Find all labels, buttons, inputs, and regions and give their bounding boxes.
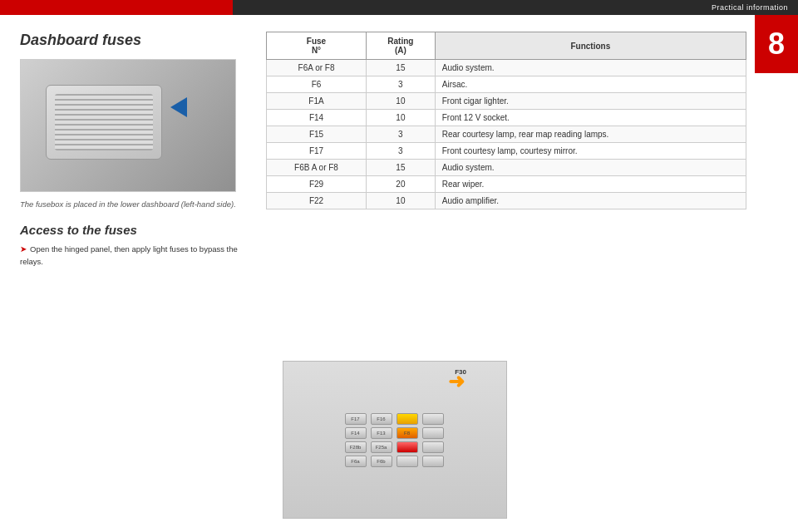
- diag-fuse-9: F28b: [345, 441, 367, 453]
- diag-fuse-13: F6a: [345, 456, 367, 467]
- diag-fuse-14: F6b: [371, 456, 392, 467]
- diag-fuse-8: [422, 427, 444, 439]
- diag-fuse-2: F16: [371, 413, 392, 425]
- chapter-number: 8: [768, 27, 785, 62]
- table-row: F6A or F815Audio system.: [267, 60, 746, 76]
- access-text: ➤Open the hinged panel, then apply light…: [20, 244, 244, 268]
- section-title: Dashboard fuses: [20, 32, 244, 49]
- diagram-arrow: ➜: [448, 370, 465, 393]
- fuse-rating: 3: [367, 126, 436, 143]
- page-title: Practical information: [712, 3, 788, 12]
- col-header-rating: Rating(A): [367, 32, 436, 60]
- diagram-fuse-grid: F17 F16 F14 F13 F8 F28b F25a F6a F6b: [345, 413, 446, 467]
- diag-fuse-16: [422, 456, 444, 467]
- diag-fuse-12: [422, 441, 444, 453]
- table-row: F63Airsac.: [267, 76, 746, 93]
- diag-fuse-15: [397, 456, 418, 467]
- left-panel: Dashboard fuses The fusebox is placed in…: [0, 15, 258, 532]
- diag-fuse-7: F8: [397, 427, 418, 439]
- fuse-function: Rear wiper.: [435, 176, 746, 193]
- fuse-rating: 10: [367, 110, 436, 126]
- diag-fuse-10: F25a: [371, 441, 392, 453]
- table-row: F2920Rear wiper.: [267, 176, 746, 193]
- table-row: F1410Front 12 V socket.: [267, 110, 746, 126]
- access-title: Access to the fuses: [20, 223, 244, 237]
- col-header-functions: Functions: [435, 32, 746, 60]
- table-row: F1A10Front cigar lighter.: [267, 93, 746, 110]
- fuse-function: Front 12 V socket.: [435, 110, 746, 126]
- table-row: F173Front courtesy lamp, courtesy mirror…: [267, 143, 746, 160]
- fuse-function: Audio amplifier.: [435, 193, 746, 209]
- fuse-diagram: F30 ➜ F17 F16 F14 F13 F8 F28b F25a F6a F…: [283, 361, 507, 519]
- fuse-box-image: [20, 59, 236, 192]
- table-row: F6B A or F815Audio system.: [267, 160, 746, 176]
- diag-fuse-4: [422, 413, 444, 425]
- fuse-rating: 3: [367, 76, 436, 93]
- fuse-number: F29: [267, 176, 367, 193]
- fuse-number: F1A: [267, 93, 367, 110]
- image-caption: The fusebox is placed in the lower dashb…: [20, 199, 244, 209]
- fuse-function: Airsac.: [435, 76, 746, 93]
- fuse-rating: 3: [367, 143, 436, 160]
- fuse-rating: 10: [367, 93, 436, 110]
- fuse-table: FuseN° Rating(A) Functions F6A or F815Au…: [266, 32, 746, 209]
- table-row: F2210Audio amplifier.: [267, 193, 746, 209]
- diag-fuse-1: F17: [345, 413, 367, 425]
- diag-fuse-6: F13: [371, 427, 392, 439]
- fuse-rating: 10: [367, 193, 436, 209]
- fuse-number: F22: [267, 193, 367, 209]
- fuse-rating: 15: [367, 60, 436, 76]
- fuse-function: Rear courtesy lamp, rear map reading lam…: [435, 126, 746, 143]
- fuse-rating: 15: [367, 160, 436, 176]
- top-bar: Practical information: [0, 0, 798, 15]
- fuse-number: F15: [267, 126, 367, 143]
- diag-fuse-11: [397, 441, 418, 453]
- fuse-function: Audio system.: [435, 60, 746, 76]
- fuse-function: Front courtesy lamp, courtesy mirror.: [435, 143, 746, 160]
- diag-fuse-5: F14: [345, 427, 367, 439]
- fuse-number: F17: [267, 143, 367, 160]
- fuse-number: F6A or F8: [267, 60, 367, 76]
- fuse-number: F6: [267, 76, 367, 93]
- fuse-number: F14: [267, 110, 367, 126]
- top-bar-accent: [0, 0, 233, 15]
- chapter-badge: 8: [755, 15, 798, 73]
- table-row: F153Rear courtesy lamp, rear map reading…: [267, 126, 746, 143]
- fuse-table-body: F6A or F815Audio system.F63Airsac.F1A10F…: [267, 60, 746, 209]
- fuse-number: F6B A or F8: [267, 160, 367, 176]
- col-header-fuse: FuseN°: [267, 32, 367, 60]
- fuse-rating: 20: [367, 176, 436, 193]
- fuse-function: Audio system.: [435, 160, 746, 176]
- fuse-function: Front cigar lighter.: [435, 93, 746, 110]
- diag-fuse-3: [397, 413, 418, 425]
